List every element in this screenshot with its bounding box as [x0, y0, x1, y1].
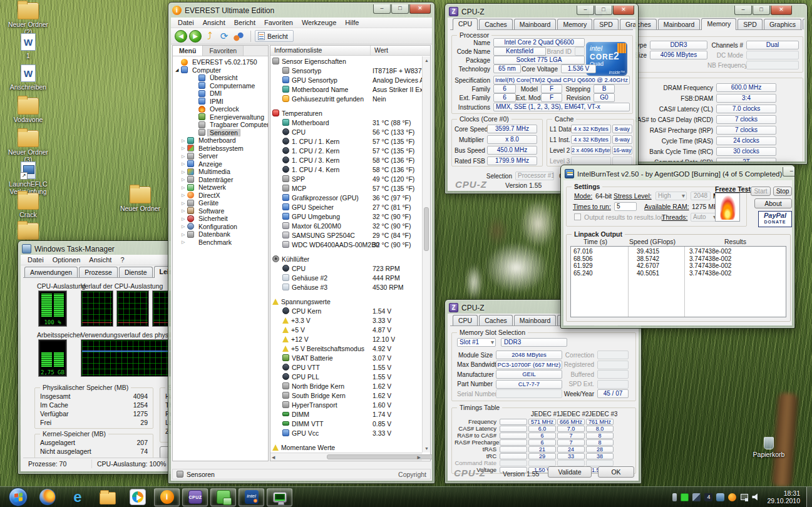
sensor-row[interactable]: Maxtor 6L200M0 32 °C (90 °F) — [270, 221, 422, 230]
tree-item[interactable]: Konfiguration — [173, 223, 268, 231]
column-header-informationsliste[interactable]: Informationsliste — [270, 46, 371, 55]
tab-favoriten[interactable]: Favoriten — [203, 46, 244, 56]
tree-item[interactable]: Multimedia — [173, 168, 268, 176]
users-icon[interactable] — [232, 30, 245, 43]
menu-item[interactable]: Hilfe — [341, 19, 363, 26]
sensor-row[interactable]: +12 V 12.10 V — [270, 334, 422, 344]
back-icon[interactable]: ◀ — [175, 30, 187, 43]
sensor-row[interactable]: Sensor Eigenschaften — [270, 56, 422, 66]
about-button[interactable]: About — [754, 198, 792, 208]
expander-icon[interactable] — [182, 177, 187, 182]
menu-item[interactable]: Bericht — [230, 19, 260, 26]
sensor-row[interactable]: +3.3 V 3.33 V — [270, 315, 422, 325]
cpuz-tab[interactable]: CPU — [453, 18, 478, 30]
sensor-row[interactable]: Spannungswerte — [270, 297, 422, 306]
sensor-row[interactable]: South Bridge Kern 1.62 V — [270, 391, 422, 400]
taskbar-network-transfer-button[interactable] — [210, 488, 236, 506]
sensor-row[interactable]: WDC WD6400AADS-00M2B0 32 °C (90 °F) — [270, 240, 422, 249]
cpuz-tab[interactable]: Memory — [701, 18, 736, 30]
taskbar-taskmanager-button[interactable] — [267, 488, 292, 506]
refresh-icon[interactable]: ⟳ — [218, 30, 230, 43]
sensor-row[interactable]: DIMM 1.74 V — [270, 409, 422, 419]
expander-icon[interactable] — [182, 153, 187, 159]
desktop-icon-recycle-bin[interactable]: Papierkorb — [745, 437, 793, 458]
taskbar-intelburntest-button[interactable] — [239, 488, 264, 506]
maximize-button[interactable]: □ — [753, 6, 770, 15]
cpuz-tab[interactable]: Caches — [479, 315, 513, 325]
menu-item[interactable]: Favoriten — [260, 19, 297, 26]
cpuz-tab[interactable]: Mainboard — [514, 19, 557, 29]
tree-item[interactable]: Overclock — [173, 105, 268, 113]
tree-item[interactable]: IPMI — [173, 98, 268, 106]
tray-network-icon[interactable] — [740, 493, 748, 501]
desktop-icon-1[interactable]: 1 — [4, 33, 52, 59]
taskbar-everest-button[interactable] — [154, 488, 180, 506]
tree-item[interactable]: Übersicht — [173, 74, 268, 82]
start-button[interactable]: Start — [751, 187, 771, 196]
sensor-row[interactable]: 1. CPU / 4. Kern 58 °C (136 °F) — [270, 165, 422, 174]
menu-item[interactable]: Datei — [173, 19, 198, 26]
desktop-icon-vodavone[interactable]: Vodavone — [4, 98, 52, 123]
expander-icon[interactable] — [182, 161, 187, 166]
expander-icon[interactable] — [182, 208, 187, 213]
menu-item[interactable]: Optionen — [48, 256, 85, 264]
minimize-button[interactable]: – — [577, 6, 594, 15]
ram-mb-field[interactable]: 2048 — [691, 192, 711, 200]
tree-item[interactable]: Benchmark — [173, 238, 268, 247]
sensor-row[interactable]: Gehäuse #2 444 RPM — [270, 273, 422, 282]
slot-selection-dropdown[interactable]: Slot #1 — [457, 338, 496, 347]
sensor-row[interactable]: +5 V Bereitschaftsmodus 4.92 V — [270, 344, 422, 353]
report-button[interactable]: Bericht — [255, 30, 294, 42]
sensor-row[interactable]: Grafikprozessor (GPU) 36 °C (97 °F) — [270, 193, 422, 202]
expander-icon[interactable] — [182, 138, 187, 143]
sensor-row[interactable]: Temperaturen — [270, 108, 422, 118]
menu-item[interactable]: Ansicht — [85, 256, 116, 264]
taskmanager-tab[interactable]: Dienste — [119, 267, 153, 277]
cpuz-tab[interactable]: Graphics — [764, 19, 801, 29]
tray-green-status-icon[interactable] — [681, 493, 689, 501]
minimize-button[interactable]: – — [373, 4, 391, 14]
sensor-row[interactable]: SAMSUNG SP2504C 29 °C (84 °F) — [270, 230, 422, 240]
windows-explorer-icon[interactable] — [100, 492, 116, 504]
tree-item[interactable]: DirectX — [173, 192, 268, 200]
sensor-row[interactable]: Sensortyp IT8718F + W83791D + AD — [270, 66, 422, 75]
tab-menu[interactable]: Menü — [173, 46, 203, 56]
sensor-row[interactable]: CPU VTT 1.55 V — [270, 362, 422, 372]
desktop-icon-launchefc[interactable]: LaunchEFLC Verknüpfung — [4, 161, 52, 195]
maximize-button[interactable]: □ — [595, 6, 612, 15]
sensor-row[interactable]: Momentane Werte — [270, 443, 422, 452]
close-button[interactable]: ✕ — [613, 6, 634, 15]
tree-item[interactable]: Motherboard — [173, 136, 268, 145]
sensor-row[interactable]: DIMM VTT 0.85 V — [270, 419, 422, 428]
expander-icon[interactable] — [182, 185, 187, 190]
horizontal-scrollbar[interactable]: ◀▶ — [270, 453, 422, 461]
tree-item[interactable]: Software — [173, 207, 268, 215]
sensor-row[interactable]: GPU Sensortyp Analog Devices ADT7473 — [270, 75, 422, 84]
cpuz-tab[interactable]: SPD — [737, 19, 763, 29]
tray-photo-viewer-icon[interactable] — [692, 493, 701, 501]
expander-icon[interactable] — [182, 239, 187, 245]
tray-app-icon[interactable] — [704, 493, 712, 501]
undo-icon[interactable]: ⤴ — [203, 30, 216, 43]
sensor-row[interactable]: 1. CPU / 1. Kern 57 °C (135 °F) — [270, 136, 422, 146]
expander-icon[interactable] — [182, 145, 187, 151]
sensor-row[interactable]: MCP 57 °C (135 °F) — [270, 183, 422, 193]
tree-item[interactable]: Computername — [173, 82, 268, 90]
validate-button[interactable]: Validate — [548, 466, 592, 478]
media-player-icon[interactable] — [130, 489, 146, 505]
cpuz-tab[interactable]: Graphics — [620, 19, 635, 29]
tree-item[interactable]: Sicherheit — [173, 215, 268, 223]
sensor-row[interactable]: Gehäusezutritt gefunden Nein — [270, 94, 422, 103]
tree-item[interactable]: Tragbarer Computer — [173, 121, 268, 129]
desktop-icon-neuer-ordner-3[interactable]: Neuer Ordner (3) — [4, 130, 52, 163]
intelburntest-titlebar[interactable]: IntelBurnTest v2.50 - by AgentGOD [Burni… — [561, 165, 794, 180]
sensor-row[interactable]: 1. CPU / 3. Kern 58 °C (136 °F) — [270, 155, 422, 165]
cpuz-tab[interactable]: SPD — [594, 19, 619, 29]
taskbar-cpuz-button[interactable] — [182, 488, 208, 506]
sensor-row[interactable]: GPU Umgebung 32 °C (90 °F) — [270, 212, 422, 221]
firefox-icon[interactable] — [39, 489, 56, 505]
minimize-button[interactable]: – — [734, 6, 752, 15]
everest-titlebar[interactable]: EVEREST Ultimate Edition –□✕ — [168, 3, 434, 16]
forward-icon[interactable]: ▶ — [189, 30, 202, 43]
sensor-row[interactable]: 1. CPU / 2. Kern 57 °C (135 °F) — [270, 146, 422, 155]
